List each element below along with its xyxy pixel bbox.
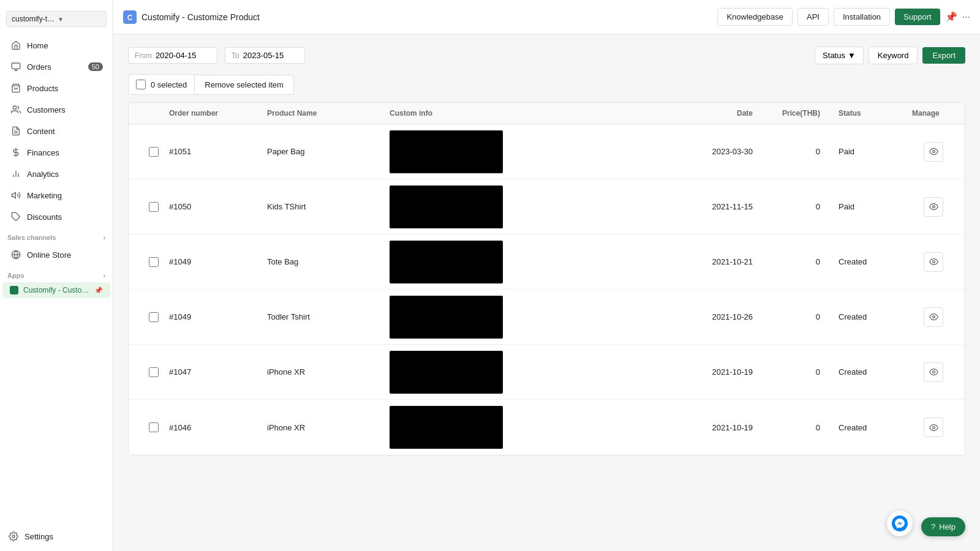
custom-image-0 [390,130,503,173]
view-button-2[interactable] [924,252,943,272]
remove-selected-button[interactable]: Remove selected item [195,75,294,95]
sales-channels-label: Sales channels [7,234,56,241]
apps-section: Apps › [0,266,113,282]
row-checkbox-3[interactable] [138,312,169,322]
sidebar-item-customify[interactable]: Customify - Customi... 📌 [2,282,110,298]
keyword-button[interactable]: Keyword [869,47,918,64]
pin-topbar-icon[interactable]: 📌 [945,11,957,23]
sidebar: customify-template ▼ Home Orders 50 Prod… [0,0,113,551]
row-status-0: Paid [839,147,912,156]
svg-point-20 [932,371,935,373]
help-button[interactable]: ? Help [921,517,965,536]
table-row: #1050 Kids TShirt 2021-11-15 0 Paid [129,179,965,234]
sidebar-item-finances[interactable]: Finances [2,142,110,163]
custom-image-2 [390,241,503,283]
row-date-4: 2021-10-19 [679,367,765,377]
sidebar-item-orders[interactable]: Orders 50 [2,56,110,77]
sidebar-item-discounts[interactable]: Discounts [2,206,110,227]
row-check-2[interactable] [149,257,159,267]
knowledgebase-button[interactable]: Knowledgebase [717,8,793,26]
row-product-4: iPhone XR [267,367,390,377]
row-custom-3 [390,296,679,339]
finances-icon [10,146,22,159]
row-price-1: 0 [765,202,839,211]
from-label: From [135,51,152,60]
sidebar-item-customers[interactable]: Customers [2,99,110,120]
row-checkbox-5[interactable] [138,422,169,432]
sidebar-item-products[interactable]: Products [2,78,110,99]
svg-point-17 [932,206,935,208]
row-order-1: #1050 [169,202,267,211]
content-icon [10,125,22,137]
view-button-0[interactable] [924,142,943,162]
sales-channels-section: Sales channels › [0,228,113,244]
orders-badge: 50 [88,62,103,71]
row-status-1: Paid [839,202,912,211]
sidebar-item-home[interactable]: Home [2,35,110,56]
svg-point-13 [12,535,15,538]
status-button[interactable]: Status ▼ [815,47,864,64]
svg-text:C: C [127,13,133,22]
table-row: #1049 Todler Tshirt 2021-10-26 0 Created [129,290,965,345]
support-button[interactable]: Support [895,9,940,25]
api-button[interactable]: API [797,8,829,26]
row-check-3[interactable] [149,312,159,322]
from-date-input[interactable]: From [128,47,217,64]
to-date-field[interactable] [243,51,298,60]
filter-right: Status ▼ Keyword Export [815,47,965,64]
messenger-button[interactable] [887,511,913,536]
table-row: #1049 Tote Bag 2021-10-21 0 Created [129,234,965,290]
row-check-1[interactable] [149,202,159,212]
sidebar-item-analytics[interactable]: Analytics [2,163,110,184]
row-checkbox-1[interactable] [138,202,169,212]
select-all-checkbox[interactable] [136,80,146,89]
table-body: #1051 Paper Bag 2023-03-30 0 Paid #1050 … [129,124,965,455]
row-date-2: 2021-10-21 [679,257,765,266]
expand-icon[interactable]: › [104,234,105,241]
sidebar-item-online-store[interactable]: Online Store [2,244,110,265]
row-check-0[interactable] [149,147,159,157]
row-checkbox-0[interactable] [138,147,169,157]
view-button-3[interactable] [924,307,943,327]
view-button-5[interactable] [924,418,943,437]
sidebar-item-content-label: Content [27,127,55,136]
store-selector[interactable]: customify-template ▼ [6,11,107,27]
installation-button[interactable]: Installation [834,8,890,26]
sidebar-item-marketing-label: Marketing [27,191,62,200]
row-order-2: #1049 [169,257,267,266]
from-date-field[interactable] [156,51,211,60]
more-icon[interactable]: ··· [962,12,970,23]
sidebar-item-marketing[interactable]: Marketing [2,185,110,206]
row-order-4: #1047 [169,367,267,377]
row-checkbox-4[interactable] [138,367,169,377]
to-date-input[interactable]: To [225,47,305,64]
view-button-4[interactable] [924,362,943,382]
view-button-1[interactable] [924,197,943,217]
row-manage-1 [912,197,955,217]
sidebar-item-orders-label: Orders [27,62,51,72]
row-order-5: #1046 [169,423,267,432]
row-manage-0 [912,142,955,162]
row-custom-0 [390,130,679,173]
settings-item[interactable]: Settings [0,524,113,551]
row-status-2: Created [839,257,912,266]
apps-expand-icon[interactable]: › [104,272,105,279]
select-all-area[interactable]: 0 selected [128,74,195,95]
row-checkbox-2[interactable] [138,257,169,267]
select-row: 0 selected Remove selected item [128,74,965,95]
pin-icon: 📌 [94,287,103,294]
topbar-right-icons: 📌 ··· [945,11,970,23]
row-custom-2 [390,241,679,283]
header-price: Price(THB) [765,109,839,118]
help-icon: ? [931,522,935,531]
row-date-1: 2021-11-15 [679,202,765,211]
sidebar-item-content[interactable]: Content [2,121,110,141]
filter-row: From To Status ▼ Keyword Export [128,47,965,64]
customify-label: Customify - Customi... [23,286,92,294]
header-status: Status [839,109,912,118]
header-product: Product Name [267,109,390,118]
row-check-4[interactable] [149,367,159,377]
marketing-icon [10,189,22,201]
export-button[interactable]: Export [922,47,965,64]
row-check-5[interactable] [149,422,159,432]
